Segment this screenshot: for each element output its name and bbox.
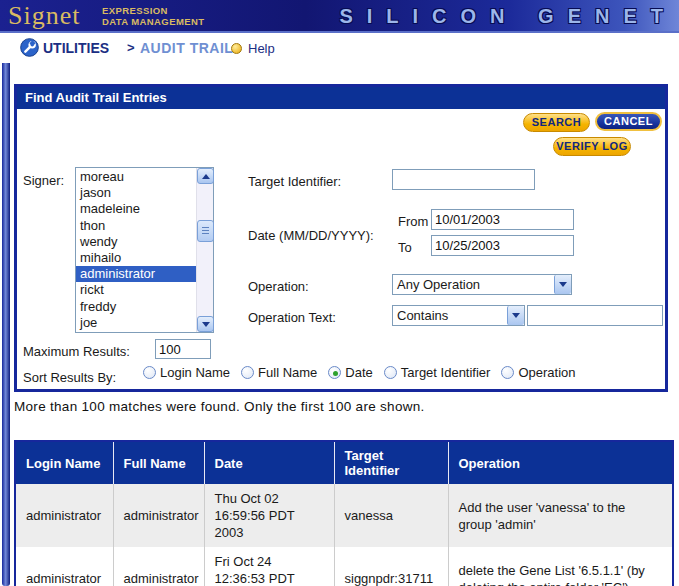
operation-select[interactable]: Any Operation — [392, 274, 572, 295]
signer-options: moreau jason madeleine thon wendy mihail… — [76, 168, 196, 332]
cell-operation: Add the user 'vanessa' to the group 'adm… — [448, 484, 673, 547]
scroll-down-icon[interactable] — [197, 316, 214, 332]
logo-tagline: EXPRESSION DATA MANAGEMENT — [102, 5, 204, 27]
silicon-genetics-brand: SILICON GENET — [339, 5, 677, 28]
sort-options: Login Name Full Name Date Target Identif… — [143, 365, 587, 380]
cell-full-name: administrator — [113, 547, 204, 586]
signer-option[interactable]: mihailo — [76, 250, 196, 266]
chevron-down-icon[interactable] — [507, 306, 524, 325]
signer-option[interactable]: administrator — [76, 266, 196, 282]
cell-target-identifier: siggnpdr:31711 — [334, 547, 448, 586]
signer-scrollbar[interactable] — [196, 168, 213, 332]
signer-option[interactable]: rickt — [76, 282, 196, 298]
breadcrumb-audit-trail: AUDIT TRAIL — [140, 40, 233, 56]
sort-radio[interactable] — [501, 366, 514, 379]
left-edge-decoration — [2, 35, 10, 586]
chevron-down-icon[interactable] — [554, 275, 571, 294]
date-from-label: From — [398, 214, 428, 229]
col-date: Date — [204, 441, 334, 484]
tagline-line2: DATA MANAGEMENT — [102, 16, 204, 27]
cell-date: Fri Oct 24 12:36:53 PDT 2003 — [204, 547, 334, 586]
sort-option-label: Full Name — [258, 365, 317, 380]
sort-option-label: Date — [345, 365, 372, 380]
sort-option-label: Operation — [518, 365, 575, 380]
cell-target-identifier: vanessa — [334, 484, 448, 547]
sort-radio[interactable] — [384, 366, 397, 379]
signer-option[interactable]: wendy — [76, 234, 196, 250]
help-icon[interactable] — [231, 43, 242, 54]
cell-login-name: administrator — [15, 484, 113, 547]
sort-option-label: Login Name — [160, 365, 230, 380]
search-button[interactable]: SEARCH — [523, 113, 590, 132]
sort-by-label: Sort Results By: — [23, 370, 116, 385]
col-login-name: Login Name — [15, 441, 113, 484]
signer-listbox[interactable]: moreau jason madeleine thon wendy mihail… — [75, 167, 214, 333]
table-row: administrator administrator Fri Oct 24 1… — [15, 547, 673, 586]
operation-label: Operation: — [248, 279, 309, 294]
max-results-input[interactable] — [155, 339, 211, 359]
sort-radio[interactable] — [241, 366, 254, 379]
cell-operation: delete the Gene List '6.5.1.1' (by delet… — [448, 547, 673, 586]
date-to-label: To — [398, 240, 412, 255]
breadcrumb-utilities[interactable]: UTILITIES — [43, 40, 109, 56]
col-operation: Operation — [448, 441, 673, 484]
col-full-name: Full Name — [113, 441, 204, 484]
help-link[interactable]: Help — [248, 41, 275, 56]
page-root: Signet EXPRESSION DATA MANAGEMENT SILICO… — [0, 0, 679, 586]
signer-option[interactable]: freddy — [76, 299, 196, 315]
signer-option[interactable]: joe — [76, 315, 196, 331]
operation-selected-value: Any Operation — [393, 277, 554, 292]
signer-option[interactable]: moreau — [76, 169, 196, 185]
signer-option[interactable]: jason — [76, 185, 196, 201]
cell-full-name: administrator — [113, 484, 204, 547]
scroll-up-icon[interactable] — [197, 168, 214, 184]
scrollbar-thumb[interactable] — [197, 220, 214, 242]
target-identifier-input[interactable] — [392, 169, 535, 190]
audit-trail-table: Login Name Full Name Date Target Identif… — [14, 440, 674, 586]
col-target-identifier: Target Identifier — [334, 441, 448, 484]
operation-text-input[interactable] — [527, 305, 663, 326]
signer-option[interactable]: thon — [76, 218, 196, 234]
top-banner: Signet EXPRESSION DATA MANAGEMENT SILICO… — [0, 0, 679, 33]
sort-option-label: Target Identifier — [401, 365, 491, 380]
table-row: administrator administrator Thu Oct 02 1… — [15, 484, 673, 547]
sort-radio[interactable] — [143, 366, 156, 379]
results-message: More than 100 matches were found. Only t… — [14, 399, 425, 414]
date-from-input[interactable] — [431, 209, 574, 230]
wrench-icon — [20, 38, 39, 57]
cancel-button[interactable]: CANCEL — [595, 112, 662, 131]
signet-logo: Signet — [8, 1, 80, 31]
breadcrumb-separator: > — [127, 40, 135, 55]
signer-label: Signer: — [23, 173, 64, 188]
max-results-label: Maximum Results: — [23, 344, 130, 359]
panel-title: Find Audit Trail Entries — [17, 87, 665, 109]
signer-option[interactable]: madeleine — [76, 201, 196, 217]
breadcrumb: UTILITIES > AUDIT TRAIL Help — [0, 35, 679, 63]
operation-text-label: Operation Text: — [248, 310, 336, 325]
target-identifier-label: Target Identifier: — [248, 174, 341, 189]
cell-login-name: administrator — [15, 547, 113, 586]
sort-radio[interactable] — [328, 366, 341, 379]
find-audit-trail-panel: Find Audit Trail Entries SEARCH CANCEL V… — [14, 84, 668, 392]
operation-text-match-value: Contains — [393, 308, 507, 323]
tagline-line1: EXPRESSION — [102, 5, 204, 16]
date-label: Date (MM/DD/YYYY): — [248, 228, 374, 243]
operation-text-match-select[interactable]: Contains — [392, 305, 525, 326]
cell-date: Thu Oct 02 16:59:56 PDT 2003 — [204, 484, 334, 547]
table-header-row: Login Name Full Name Date Target Identif… — [15, 441, 673, 484]
verify-log-button[interactable]: VERIFY LOG — [553, 137, 631, 156]
date-to-input[interactable] — [431, 235, 574, 256]
